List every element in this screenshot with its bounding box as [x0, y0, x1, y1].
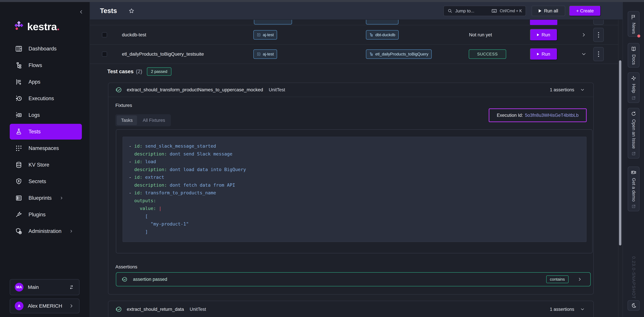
page-title: Tests — [100, 7, 117, 14]
run-button[interactable]: Run — [530, 48, 557, 60]
sidebar-item-executions[interactable]: Executions — [10, 91, 82, 106]
test-cases-title: Test cases — [107, 68, 134, 74]
plugins-icon — [15, 211, 22, 218]
sidebar-item-blueprints[interactable]: Blueprints — [10, 190, 82, 206]
rail-get-demo-button[interactable]: Get a demo — [628, 167, 640, 211]
workspace-switcher[interactable]: MA Main — [10, 279, 80, 295]
expand-chevron-right-icon[interactable] — [581, 32, 587, 38]
theme-toggle-button[interactable] — [628, 300, 640, 311]
sidebar-item-label: Apps — [28, 79, 40, 85]
chevron-down-icon[interactable] — [580, 87, 585, 92]
code-line: - id: extract — [129, 173, 586, 181]
sidebar-item-label: KV Store — [28, 162, 49, 168]
run-button[interactable]: Run — [530, 29, 557, 41]
search-icon — [448, 8, 452, 13]
logs-icon — [15, 111, 22, 119]
assertions-count: 1 assertions — [550, 87, 574, 92]
run-label: Run — [542, 32, 550, 37]
sidebar-item-flows[interactable]: Flows — [10, 57, 82, 73]
check-circle-icon — [122, 276, 128, 282]
test-cases-count: (2) — [136, 68, 142, 74]
external-link-icon — [632, 204, 636, 209]
collapse-chevron-down-icon[interactable] — [581, 51, 587, 57]
sidebar-item-apps[interactable]: Apps — [10, 74, 82, 90]
user-name: Alex EMERICH — [28, 303, 69, 309]
sidebar-item-dashboards[interactable]: Dashboards — [10, 41, 82, 57]
namespace-tag[interactable]: aj-test — [254, 30, 277, 39]
sidebar-item-secrets[interactable]: Secrets — [10, 174, 82, 189]
test-case-header[interactable]: extract_should_return_data UnitTest 1 as… — [108, 301, 593, 317]
assertions-label: Assertions — [116, 264, 137, 270]
chevron-down-icon[interactable] — [580, 307, 585, 312]
play-icon — [537, 33, 539, 36]
test-case-header[interactable]: extract_should_transform_productNames_to… — [108, 83, 593, 97]
sidebar-collapse-icon[interactable] — [78, 9, 84, 15]
test-case-card: extract_should_transform_productNames_to… — [108, 83, 594, 295]
vertical-scrollbar[interactable] — [619, 60, 621, 246]
suite-name-link[interactable]: etl_dailyProducts_toBigQuery_testsuite — [122, 51, 204, 57]
tab-tasks[interactable]: Tasks — [117, 115, 137, 125]
assertion-result-row[interactable]: assertion passed contains — [116, 272, 591, 286]
kestra-logo[interactable]: kestra. — [14, 19, 76, 33]
sidebar: kestra. Dashboards Flows Apps Executions… — [0, 2, 90, 317]
fixtures-panel: - id: send_slack_message_started descrip… — [116, 129, 592, 253]
run-label: Run — [542, 51, 550, 57]
rail-open-issue-button[interactable]: Open an Issue — [628, 108, 640, 158]
favorite-star-icon[interactable] — [128, 8, 134, 14]
sidebar-item-label: Secrets — [28, 178, 46, 184]
create-label: + Create — [576, 8, 594, 13]
apps-icon — [15, 78, 22, 86]
row-checkbox[interactable] — [102, 32, 107, 37]
kestra-app: kestra. Dashboards Flows Apps Executions… — [0, 0, 644, 317]
table-row-partial[interactable] — [90, 20, 618, 25]
row-checkbox[interactable] — [102, 52, 107, 57]
status-text: Not run yet — [453, 32, 508, 37]
run-all-button[interactable]: Run all — [532, 6, 565, 16]
rail-news-button[interactable]: News — [628, 11, 640, 37]
sidebar-item-tests[interactable]: Tests — [10, 124, 82, 140]
flow-tag[interactable]: dbt-duckdb — [366, 30, 399, 39]
namespaces-icon — [15, 145, 22, 152]
yaml-code-block[interactable]: - id: send_slack_message_started descrip… — [122, 137, 586, 242]
table-row[interactable]: etl_dailyProducts_toBigQuery_testsuite a… — [90, 44, 618, 64]
sidebar-item-label: Blueprints — [28, 195, 52, 201]
create-button[interactable]: + Create — [569, 6, 601, 16]
kebab-menu-button[interactable] — [593, 47, 604, 61]
right-rail: News Docs Help Open an Issue Get a demo … — [622, 2, 644, 317]
status-badge: SUCCESS — [469, 49, 506, 59]
rail-news-label: News — [631, 23, 636, 34]
sidebar-item-label: Administration — [28, 228, 62, 234]
blueprints-icon — [15, 194, 22, 202]
workspace-avatar: MA — [15, 283, 24, 292]
sidebar-item-namespaces[interactable]: Namespaces — [10, 140, 82, 156]
moon-stars-icon — [630, 303, 636, 309]
flow-tag[interactable]: etl_dailyProducts_toBigQuery — [366, 49, 432, 59]
sidebar-item-kv-store[interactable]: KV Store — [10, 157, 82, 173]
rail-docs-label: Docs — [631, 54, 636, 65]
flow-icon — [369, 52, 373, 56]
code-line: description: dont send Slack message — [129, 150, 586, 158]
rail-docs-button[interactable]: Docs — [628, 43, 640, 67]
rail-help-button[interactable]: Help — [628, 72, 640, 103]
search-input[interactable]: Jump to... Ctrl/Cmd + K — [444, 6, 526, 16]
sidebar-item-logs[interactable]: Logs — [10, 107, 82, 123]
chevron-right-icon[interactable] — [577, 277, 582, 282]
sidebar-item-administration[interactable]: Administration — [10, 223, 82, 239]
namespace-tag[interactable]: aj-test — [254, 49, 277, 59]
fixtures-label: Fixtures — [116, 103, 132, 108]
user-menu[interactable]: A Alex EMERICH — [10, 299, 80, 313]
code-line: [ — [129, 212, 586, 220]
tab-all-fixtures[interactable]: All Fixtures — [138, 115, 170, 125]
sidebar-item-plugins[interactable]: Plugins — [10, 207, 82, 223]
namespace-tag-label: aj-test — [263, 32, 274, 37]
sidebar-item-label: Namespaces — [28, 145, 59, 151]
chevron-right-icon — [59, 196, 64, 200]
namespace-tag-partial — [254, 20, 292, 24]
kebab-menu-button[interactable] — [593, 28, 604, 42]
table-row[interactable]: duckdb-test aj-test dbt-duckdb Not run y… — [90, 25, 618, 44]
sidebar-item-label: Logs — [28, 112, 40, 118]
execution-id-link[interactable]: 5o3fn8u3WHisGeT4bItbLb — [525, 113, 578, 118]
suite-name-link[interactable]: duckdb-test — [122, 32, 146, 37]
version-label: 0.23.0-SNAPSHOT — [623, 256, 644, 300]
workspace-name: Main — [28, 284, 69, 290]
